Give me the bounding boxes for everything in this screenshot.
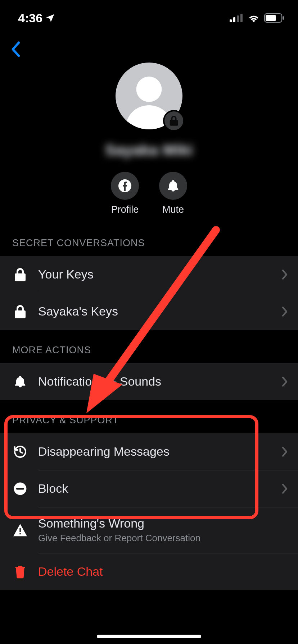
screen: 4:36: [0, 0, 298, 644]
svg-rect-2: [237, 15, 239, 22]
svg-rect-3: [240, 14, 243, 22]
status-bar: 4:36: [0, 0, 298, 32]
chevron-right-icon: [281, 483, 288, 494]
mute-label: Mute: [162, 204, 184, 215]
wifi-icon: [248, 14, 260, 22]
lock-icon: [12, 267, 28, 282]
row-label: Disappearing Messages: [38, 445, 281, 459]
trash-icon: [12, 565, 28, 579]
section-secret: Your Keys Sayaka's Keys: [0, 256, 298, 330]
action-row: Profile Mute: [111, 172, 187, 215]
bell-icon: [12, 374, 28, 389]
row-delete-chat[interactable]: Delete Chat: [0, 553, 298, 590]
row-disappearing[interactable]: Disappearing Messages: [0, 433, 298, 470]
svg-rect-5: [266, 15, 276, 21]
lock-icon: [163, 110, 185, 132]
contact-name: Sayaka Miki: [105, 142, 193, 159]
row-label: Sayaka's Keys: [38, 304, 281, 318]
chevron-right-icon: [281, 306, 288, 317]
section-header-privacy: PRIVACY & SUPPORT: [0, 415, 298, 433]
profile-label: Profile: [111, 204, 139, 215]
warning-icon: [12, 523, 28, 537]
history-icon: [12, 445, 28, 459]
avatar[interactable]: [116, 63, 182, 129]
status-left: 4:36: [18, 11, 55, 25]
row-your-keys[interactable]: Your Keys: [0, 256, 298, 293]
row-label: Something's Wrong: [38, 516, 288, 530]
svg-rect-10: [16, 488, 24, 489]
location-icon: [45, 13, 55, 23]
row-block[interactable]: Block: [0, 470, 298, 507]
row-somethings-wrong[interactable]: Something's Wrong Give Feedback or Repor…: [0, 507, 298, 553]
block-icon: [12, 482, 28, 496]
profile-button[interactable]: Profile: [111, 172, 139, 215]
section-more: Notifications & Sounds: [0, 363, 298, 400]
svg-rect-6: [283, 16, 284, 20]
lock-icon: [12, 304, 28, 319]
status-time: 4:36: [18, 11, 42, 25]
row-sublabel: Give Feedback or Report Conversation: [38, 533, 288, 544]
profile-header: Sayaka Miki Profile Mute: [0, 58, 298, 215]
back-button[interactable]: [11, 40, 25, 58]
bell-icon: [159, 172, 187, 200]
mute-button[interactable]: Mute: [159, 172, 187, 215]
cellular-icon: [230, 14, 243, 22]
section-privacy: Disappearing Messages Block: [0, 433, 298, 590]
row-label: Your Keys: [38, 267, 281, 281]
svg-rect-0: [230, 19, 232, 22]
row-notifications[interactable]: Notifications & Sounds: [0, 363, 298, 400]
facebook-icon: [111, 172, 139, 200]
status-right: [230, 13, 284, 23]
chevron-right-icon: [281, 446, 288, 457]
section-header-secret: SECRET CONVERSATIONS: [0, 238, 298, 256]
nav-bar: [0, 32, 298, 58]
battery-icon: [264, 13, 284, 23]
home-indicator[interactable]: [97, 635, 201, 638]
chevron-right-icon: [281, 269, 288, 280]
svg-point-7: [136, 77, 162, 102]
chevron-right-icon: [281, 376, 288, 387]
row-label: Delete Chat: [38, 565, 288, 579]
row-label: Notifications & Sounds: [38, 374, 281, 388]
section-header-more: MORE ACTIONS: [0, 345, 298, 363]
svg-rect-1: [233, 17, 235, 22]
sections: SECRET CONVERSATIONS Your Keys Sayaka's …: [0, 238, 298, 590]
row-label: Block: [38, 482, 281, 496]
row-their-keys[interactable]: Sayaka's Keys: [0, 293, 298, 330]
